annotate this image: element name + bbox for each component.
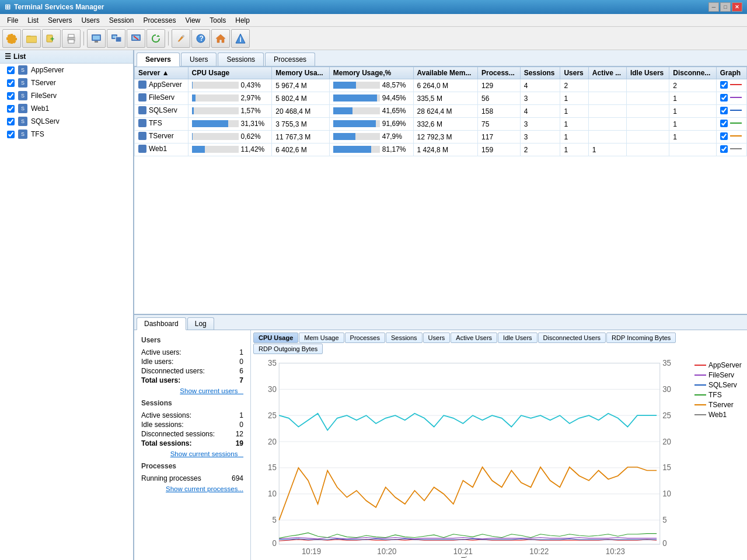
svg-text:20: 20 xyxy=(268,437,277,446)
server-checkbox[interactable] xyxy=(7,105,15,113)
menu-processes[interactable]: Processes xyxy=(138,15,180,25)
show-users-link[interactable]: Show current users _ xyxy=(141,387,243,394)
graph-checkbox[interactable] xyxy=(720,94,728,102)
menu-help[interactable]: Help xyxy=(231,15,254,25)
cell-users: 1 xyxy=(560,144,588,156)
tab-servers[interactable]: Servers xyxy=(137,52,180,66)
col-procs[interactable]: Process... xyxy=(478,67,521,79)
table-row[interactable]: SQLServ 1,57% 20 468,4 M 41,65% 28 624,4… xyxy=(135,105,747,118)
col-sessions[interactable]: Sessions xyxy=(520,67,560,79)
total-users-label: Total users: xyxy=(141,376,180,384)
tab-processes[interactable]: Processes xyxy=(265,52,315,66)
show-processes-link[interactable]: Show current processes... xyxy=(141,485,243,492)
chart-area: CPU UsageMem UsageProcessesSessionsUsers… xyxy=(251,330,747,560)
col-avail[interactable]: Available Mem... xyxy=(413,67,478,79)
server-checkbox[interactable] xyxy=(7,118,15,125)
cell-graph xyxy=(716,118,746,131)
server-checkbox[interactable] xyxy=(7,92,15,100)
chart-tab[interactable]: Sessions xyxy=(386,332,423,343)
menu-list[interactable]: List xyxy=(23,15,43,25)
server-checkbox[interactable] xyxy=(7,66,15,74)
graph-checkbox[interactable] xyxy=(720,145,728,153)
minimize-button[interactable]: ─ xyxy=(708,2,719,12)
cell-mem-pct: 41,65% xyxy=(329,105,413,118)
svg-text:20: 20 xyxy=(662,437,671,446)
server-checkbox[interactable] xyxy=(7,131,15,138)
chart-tab[interactable]: Disconnected Users xyxy=(538,332,606,343)
active-sessions-value: 1 xyxy=(239,411,243,419)
toolbar-open-folder[interactable] xyxy=(22,29,41,48)
col-disc[interactable]: Disconne... xyxy=(669,67,716,79)
toolbar-tools[interactable] xyxy=(172,29,190,48)
graph-checkbox[interactable] xyxy=(720,107,728,114)
col-users[interactable]: Users xyxy=(560,67,588,79)
col-mem[interactable]: Memory Usa... xyxy=(272,67,330,79)
col-active[interactable]: Active ... xyxy=(588,67,626,79)
col-idle[interactable]: Idle Users xyxy=(626,67,669,79)
legend-line xyxy=(694,384,706,386)
table-row[interactable]: FileServ 2,97% 5 802,4 M 94,45% 335,5 M … xyxy=(135,92,747,105)
svg-text:30: 30 xyxy=(662,385,671,394)
table-row[interactable]: TFS 31,31% 3 755,3 M 91,69% 332,6 M 75 3… xyxy=(135,118,747,131)
toolbar-connect[interactable] xyxy=(87,29,106,48)
menu-session[interactable]: Session xyxy=(104,15,139,25)
graph-checkbox[interactable] xyxy=(720,132,728,140)
maximize-button[interactable]: □ xyxy=(720,2,731,12)
toolbar-connect2[interactable] xyxy=(107,29,125,48)
toolbar-help[interactable]: ? xyxy=(191,29,210,48)
idle-sessions-value: 0 xyxy=(239,421,243,429)
show-sessions-link[interactable]: Show current sessions _ xyxy=(141,450,243,457)
chart-tab[interactable]: RDP Incoming Bytes xyxy=(606,332,676,343)
server-list-item[interactable]: S AppServer xyxy=(0,64,133,76)
tab-sessions[interactable]: Sessions xyxy=(218,52,264,66)
close-button[interactable]: ✕ xyxy=(732,2,742,12)
col-graph[interactable]: Graph xyxy=(716,67,746,79)
toolbar-disconnect[interactable] xyxy=(127,29,145,48)
col-server[interactable]: Server ▲ xyxy=(135,67,189,79)
server-list-item[interactable]: S SQLServ xyxy=(0,115,133,128)
menu-users[interactable]: Users xyxy=(76,15,104,25)
toolbar-refresh[interactable] xyxy=(146,29,165,48)
stats-panel: Users Active users: 1 Idle users: 0 Disc… xyxy=(134,330,251,560)
col-mem-pct[interactable]: Memory Usage,% xyxy=(329,67,413,79)
toolbar-settings[interactable] xyxy=(2,29,21,48)
cell-active xyxy=(588,79,626,92)
users-section-title: Users xyxy=(141,336,243,344)
server-list-item[interactable]: S TFS xyxy=(0,128,133,141)
toolbar-add[interactable]: + xyxy=(42,29,61,48)
chart-tab[interactable]: Active Users xyxy=(451,332,497,343)
cell-disc: 1 xyxy=(669,105,716,118)
dashboard-tab-bar: Dashboard Log xyxy=(134,315,747,330)
menu-servers[interactable]: Servers xyxy=(43,15,76,25)
menu-view[interactable]: View xyxy=(180,15,205,25)
cell-server: Web1 xyxy=(135,144,189,156)
cell-procs: 159 xyxy=(478,144,521,156)
menu-bar: File List Servers Users Session Processe… xyxy=(0,14,747,27)
server-checkbox[interactable] xyxy=(7,79,15,87)
cell-mem-pct: 47,9% xyxy=(329,131,413,144)
toolbar-print[interactable] xyxy=(62,29,81,48)
chart-tab[interactable]: Mem Usage xyxy=(299,332,344,343)
table-row[interactable]: TServer 0,62% 11 767,3 M 47,9% 12 792,3 … xyxy=(135,131,747,144)
server-list-item[interactable]: S FileServ xyxy=(0,89,133,102)
toolbar-home[interactable] xyxy=(211,29,230,48)
toolbar-info[interactable]: i xyxy=(231,29,250,48)
chart-tab[interactable]: Idle Users xyxy=(498,332,537,343)
graph-checkbox[interactable] xyxy=(720,81,728,89)
dash-tab-dashboard[interactable]: Dashboard xyxy=(137,317,186,330)
menu-tools[interactable]: Tools xyxy=(205,15,231,25)
graph-checkbox[interactable] xyxy=(720,120,728,127)
server-list-item[interactable]: S Web1 xyxy=(0,102,133,115)
table-row[interactable]: Web1 11,42% 6 402,6 M 81,17% 1 424,8 M 1… xyxy=(135,144,747,156)
cell-avail: 12 792,3 M xyxy=(413,131,478,144)
dash-tab-log[interactable]: Log xyxy=(187,317,214,330)
server-list-item[interactable]: S TServer xyxy=(0,76,133,89)
chart-tab[interactable]: CPU Usage xyxy=(253,332,298,343)
menu-file[interactable]: File xyxy=(2,15,23,25)
col-cpu[interactable]: CPU Usage xyxy=(188,67,272,79)
chart-tab[interactable]: RDP Outgoing Bytes xyxy=(253,344,323,354)
chart-tab[interactable]: Processes xyxy=(345,332,385,343)
tab-users[interactable]: Users xyxy=(181,52,217,66)
chart-tab[interactable]: Users xyxy=(423,332,451,343)
table-row[interactable]: AppServer 0,43% 5 967,4 M 48,57% 6 264,0… xyxy=(135,79,747,92)
